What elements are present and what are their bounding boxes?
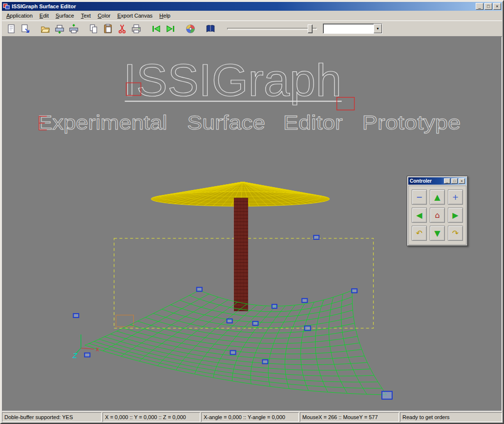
open-icon	[40, 23, 51, 34]
controller-home-button[interactable]: ⌂	[430, 208, 445, 223]
controller-maximize-button[interactable]: □	[451, 178, 458, 184]
undo-icon: ↶	[416, 229, 422, 238]
print-icon	[131, 23, 142, 34]
surface-combobox[interactable]: ▼	[323, 23, 382, 34]
open-button[interactable]	[39, 22, 52, 35]
toolbar-separator	[177, 28, 183, 29]
help-book-icon	[205, 23, 216, 34]
slider-track[interactable]	[227, 28, 317, 30]
control-point-handle[interactable]	[302, 298, 307, 302]
palette-button[interactable]	[184, 22, 197, 35]
menu-item-application[interactable]: Application	[3, 12, 36, 20]
help-book-button[interactable]	[204, 22, 217, 35]
new-from-image-icon	[20, 23, 31, 34]
acquire-image-icon	[54, 23, 65, 34]
controller-window[interactable]: Controler _ □ × −▲+◀⌂▶↶▼↷	[407, 176, 468, 246]
menu-item-edit[interactable]: Edit	[36, 12, 52, 20]
axis-x-label: x	[96, 346, 99, 353]
controller-minimize-button[interactable]: _	[444, 178, 450, 184]
subtitle-word-prototype: Prototype	[362, 111, 461, 134]
left-icon: ◀	[416, 211, 422, 220]
status-coordinates: X = 0,000 :: Y = 0,000 :: Z = 0,000	[103, 412, 200, 422]
status-mouse: MouseX = 266 :: MouseY = 577	[300, 412, 399, 422]
controller-right-button[interactable]: ▶	[448, 208, 463, 223]
new-button[interactable]	[4, 22, 18, 35]
controller-redo-button[interactable]: ↷	[448, 226, 463, 241]
menu-item-color[interactable]: Color	[94, 12, 114, 20]
menu-item-surface[interactable]: Surface	[52, 12, 78, 20]
palette-icon	[185, 23, 196, 34]
export-image-icon	[68, 23, 79, 34]
status-doublebuffer: Doble-buffer supported: YES	[2, 412, 102, 422]
controller-button-grid: −▲+◀⌂▶↶▼↷	[408, 186, 466, 245]
last-icon	[165, 23, 176, 34]
toolbar-separator	[197, 28, 203, 29]
plus-icon: +	[452, 192, 459, 202]
controller-close-button[interactable]: ×	[459, 178, 465, 184]
cut-button[interactable]	[115, 22, 128, 35]
menu-item-help[interactable]: Help	[156, 12, 174, 20]
status-bar: Doble-buffer supported: YES X = 0,000 ::…	[2, 411, 502, 422]
new-from-image-button[interactable]	[19, 22, 32, 35]
app-icon	[3, 3, 10, 10]
axis-z-label: Z	[72, 351, 78, 360]
acquire-image-button[interactable]	[53, 22, 66, 35]
logo-title: ISSIGraph	[124, 55, 342, 106]
down-icon: ▼	[434, 229, 440, 238]
control-point-handle[interactable]	[231, 351, 236, 355]
controller-down-button[interactable]: ▼	[430, 226, 445, 241]
slider-thumb[interactable]	[308, 24, 313, 33]
up-icon: ▲	[434, 192, 440, 202]
toolbar: ▼	[2, 21, 502, 37]
control-point-handle[interactable]	[84, 353, 90, 357]
minimize-button[interactable]: _	[476, 3, 483, 10]
control-point-handle[interactable]	[73, 314, 79, 318]
control-point-handle[interactable]	[197, 287, 202, 291]
copy-button[interactable]	[87, 22, 100, 35]
toolbar-separator	[32, 28, 38, 29]
last-button[interactable]	[164, 22, 177, 35]
control-point-handle[interactable]	[382, 391, 392, 399]
control-point-handle[interactable]	[305, 326, 311, 330]
control-point-handle[interactable]	[227, 319, 232, 323]
maximize-button[interactable]: □	[484, 3, 492, 10]
combobox-dropdown-button[interactable]: ▼	[374, 24, 382, 33]
controller-left-button[interactable]: ◀	[412, 208, 427, 223]
menu-item-text[interactable]: Text	[78, 12, 94, 20]
control-point-handle[interactable]	[272, 304, 277, 308]
subtitle-word-experimental: Experimental	[38, 111, 167, 134]
controller-plus-button[interactable]: +	[448, 190, 463, 205]
subtitle-word-editor: Editor	[283, 111, 343, 134]
toolbar-separator	[143, 28, 149, 29]
menu-item-export-canvas[interactable]: Export Canvas	[114, 12, 156, 20]
window-controls: _ □ ×	[476, 3, 501, 10]
controller-title: Controler	[410, 178, 432, 184]
export-image-button[interactable]	[67, 22, 80, 35]
new-icon	[6, 23, 17, 34]
control-point-handle[interactable]	[314, 235, 319, 239]
controller-window-controls: _ □ ×	[444, 178, 465, 184]
controller-up-button[interactable]: ▲	[430, 190, 445, 205]
zoom-slider[interactable]	[227, 23, 317, 34]
control-point-handle[interactable]	[352, 289, 357, 293]
home-icon: ⌂	[435, 211, 440, 220]
window-title: ISSIGraph Surface Editor	[12, 3, 76, 9]
redo-icon: ↷	[452, 229, 459, 238]
menu-bar: ApplicationEditSurfaceTextColorExport Ca…	[2, 11, 502, 21]
close-button[interactable]: ×	[493, 3, 501, 10]
paste-button[interactable]	[101, 22, 114, 35]
first-button[interactable]	[149, 22, 163, 35]
control-point-handle[interactable]	[262, 360, 268, 364]
status-angles: X-angle = 0,000 :: Y-angle = 0,000	[201, 412, 299, 422]
controller-minus-button[interactable]: −	[412, 190, 427, 205]
title-bar[interactable]: ISSIGraph Surface Editor _ □ ×	[2, 2, 502, 11]
combobox-value	[323, 24, 374, 33]
copy-icon	[88, 23, 99, 34]
toolbar-separator	[81, 28, 86, 29]
control-point-handle[interactable]	[252, 321, 258, 325]
right-icon: ▶	[452, 211, 458, 220]
controller-undo-button[interactable]: ↶	[412, 226, 427, 241]
controller-title-bar[interactable]: Controler _ □ ×	[408, 177, 466, 185]
toolbar-buttons	[4, 22, 217, 35]
print-button[interactable]	[129, 22, 143, 35]
